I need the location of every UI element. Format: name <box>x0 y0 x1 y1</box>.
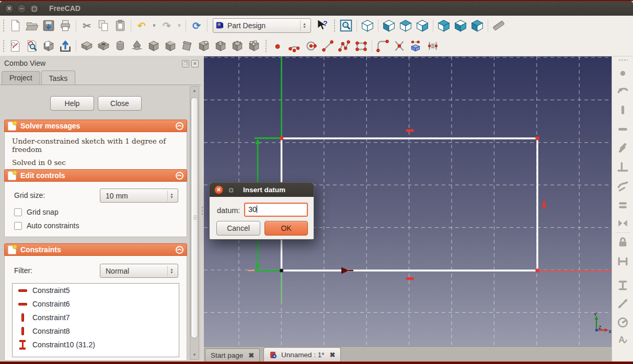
vertical-constraint-mark-right[interactable] <box>543 202 546 209</box>
polar-pattern-button[interactable] <box>229 38 246 54</box>
save-button[interactable] <box>40 17 57 34</box>
coincident-button[interactable] <box>616 66 630 80</box>
toolbar-handle[interactable] <box>332 19 337 32</box>
constraint-list-item[interactable]: Constraint7 <box>13 311 179 324</box>
vertical-constraint-button[interactable] <box>616 103 630 117</box>
measure-distance-button[interactable] <box>490 17 507 34</box>
angle-button[interactable]: A <box>616 333 630 347</box>
tab-close-icon[interactable]: ✖ <box>330 351 336 359</box>
panel-scrollbar[interactable]: ▲ ▼ <box>190 86 199 360</box>
grid-size-combobox[interactable]: 10 mm ▲▼ <box>100 189 178 203</box>
tab-tasks[interactable]: Tasks <box>41 71 76 85</box>
collapse-icon[interactable] <box>176 246 183 254</box>
perpendicular-button[interactable] <box>616 160 630 174</box>
mirrored-button[interactable] <box>195 38 212 54</box>
create-fillet-button[interactable] <box>374 38 391 54</box>
toggle-construction-button[interactable] <box>424 38 441 54</box>
redo-menu-button[interactable]: ▼ <box>175 17 183 34</box>
distance-horizontal-button[interactable] <box>616 254 630 268</box>
pad-button[interactable] <box>78 38 95 54</box>
groove-button[interactable] <box>129 38 145 54</box>
dialog-close-button[interactable]: ✕ <box>214 185 223 194</box>
cut-button[interactable]: ✂ <box>78 17 95 34</box>
create-arc-button[interactable] <box>286 38 303 54</box>
view-bottom-button[interactable] <box>452 17 469 34</box>
constraint-list[interactable]: Constraint5 Constraint6 Constraint7 Cons… <box>12 283 179 357</box>
open-file-button[interactable] <box>24 17 40 34</box>
close-button[interactable]: Close <box>98 96 142 111</box>
toolbar-handle[interactable] <box>618 59 628 62</box>
grid-snap-checkbox[interactable] <box>14 208 22 216</box>
constraint-list-item[interactable]: Constraint6 <box>13 297 179 311</box>
tab-close-icon[interactable]: ✖ <box>248 351 254 359</box>
paste-button[interactable] <box>112 17 129 34</box>
grid-snap-checkbox-row[interactable]: Grid snap <box>14 208 59 216</box>
draft-button[interactable] <box>179 38 195 54</box>
horizontal-constraint-button[interactable] <box>616 122 630 136</box>
titlebar[interactable]: ✕ ─ ▢ FreeCAD <box>0 1 633 16</box>
ok-button[interactable]: OK <box>264 221 308 236</box>
constraint-list-item[interactable]: Constraint8 <box>13 324 179 338</box>
spinner-arrows-icon[interactable]: ▲▼ <box>300 20 308 31</box>
linear-pattern-button[interactable] <box>212 38 229 54</box>
view-left-button[interactable] <box>469 17 486 34</box>
whats-this-button[interactable]: ? <box>314 17 331 34</box>
create-rectangle-button[interactable] <box>353 38 370 54</box>
refresh-button[interactable]: ⟳ <box>188 17 205 34</box>
auto-constraints-checkbox-row[interactable]: Auto constraints <box>14 221 79 230</box>
lock-button[interactable] <box>616 235 630 249</box>
equal-button[interactable] <box>616 198 630 212</box>
toolbar-handle[interactable] <box>1 19 6 32</box>
panel-close-icon[interactable]: ✕ <box>191 60 199 67</box>
panel-float-icon[interactable]: ❐ <box>182 60 189 67</box>
chamfer-button[interactable] <box>162 38 179 54</box>
map-sketch-button[interactable] <box>40 38 57 54</box>
toolbar-handle[interactable] <box>1 40 6 52</box>
document-tab[interactable]: Start page ✖ <box>205 348 260 362</box>
window-close-button[interactable]: ✕ <box>4 4 14 14</box>
constraints-header[interactable]: Constraints <box>4 243 187 256</box>
toolbar-handle[interactable] <box>263 40 268 52</box>
horizontal-constraint-mark-bottom[interactable] <box>406 277 414 280</box>
document-tab[interactable]: Unnamed : 1* ✖ <box>263 347 341 362</box>
collapse-icon[interactable] <box>176 122 183 130</box>
view-right-button[interactable] <box>414 17 431 34</box>
window-minimize-button[interactable]: ─ <box>17 4 27 14</box>
fit-all-button[interactable] <box>338 17 354 34</box>
undo-button[interactable]: ↶ <box>133 17 150 34</box>
distance-vertical-button[interactable] <box>616 278 630 292</box>
view-rear-button[interactable] <box>435 17 452 34</box>
scrollbar-thumb[interactable] <box>191 97 198 338</box>
multi-transform-button[interactable] <box>246 38 262 54</box>
radius-button[interactable] <box>616 315 630 330</box>
copy-button[interactable] <box>95 17 112 34</box>
axonometric-button[interactable] <box>359 17 376 34</box>
horizontal-constraint-mark-top[interactable] <box>406 130 414 132</box>
tangent-button[interactable] <box>616 179 630 193</box>
constraint-list-item[interactable]: Constraint5 <box>13 284 179 297</box>
spinner-arrows-icon[interactable]: ▲▼ <box>167 266 176 276</box>
symmetric-button[interactable] <box>616 216 630 230</box>
constraint-list-item[interactable]: Constraint10 (31.2) <box>13 338 179 351</box>
revolution-button[interactable] <box>112 38 129 54</box>
parallel-button[interactable] <box>616 141 630 155</box>
datum-input[interactable]: 30 <box>244 203 308 217</box>
print-button[interactable] <box>57 17 74 34</box>
constraint-filter-combobox[interactable]: Normal ▲▼ <box>100 264 178 278</box>
scroll-down-icon[interactable]: ▼ <box>192 353 197 357</box>
edit-controls-header[interactable]: Edit controls <box>4 169 187 182</box>
dialog-titlebar[interactable]: ✕ Insert datum <box>210 183 314 197</box>
create-circle-button[interactable] <box>303 38 319 54</box>
vertex-top-right[interactable] <box>535 136 539 140</box>
undo-menu-button[interactable]: ▼ <box>150 17 158 34</box>
distance-button[interactable] <box>616 297 630 311</box>
vertex-top-left[interactable] <box>280 136 283 140</box>
collapse-icon[interactable] <box>176 172 183 180</box>
auto-constraints-checkbox[interactable] <box>14 222 22 230</box>
view-sketch-button[interactable] <box>24 38 40 54</box>
vertex-bottom-right[interactable] <box>535 268 539 272</box>
workbench-selector[interactable]: Part Design ▲▼ <box>213 18 311 33</box>
help-button[interactable]: Help <box>50 96 94 111</box>
view-front-button[interactable] <box>381 17 397 34</box>
sketch-rectangle[interactable] <box>282 138 538 271</box>
